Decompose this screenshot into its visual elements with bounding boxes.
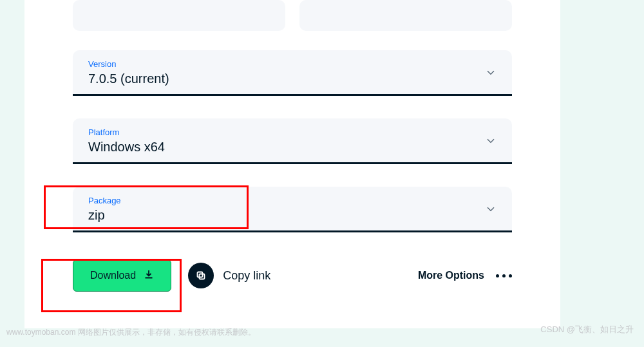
- watermark-right: CSDN @飞衡、如日之升: [540, 324, 634, 335]
- action-row: Download Copy link More Options: [73, 259, 512, 292]
- watermark-left: www.toymoban.com 网络图片仅供展示，非存储，如有侵权请联系删除。: [6, 327, 256, 338]
- chevron-down-icon: [486, 205, 495, 216]
- more-options-label: More Options: [418, 270, 484, 281]
- option-box-right[interactable]: [299, 0, 512, 31]
- chevron-down-icon: [486, 136, 495, 148]
- package-label: Package: [88, 196, 497, 205]
- package-dropdown[interactable]: Package zip: [73, 187, 512, 232]
- copy-link-button[interactable]: Copy link: [188, 263, 270, 288]
- package-value: zip: [88, 208, 497, 223]
- chevron-down-icon: [486, 68, 495, 80]
- platform-dropdown[interactable]: Platform Windows x64: [73, 118, 512, 164]
- option-box-left[interactable]: [73, 0, 285, 31]
- version-value: 7.0.5 (current): [88, 71, 497, 86]
- copy-link-label: Copy link: [223, 269, 270, 283]
- top-options-row: [73, 0, 512, 31]
- download-card: Version 7.0.5 (current) Platform Windows…: [24, 0, 560, 328]
- platform-value: Windows x64: [88, 140, 497, 155]
- version-label: Version: [88, 59, 497, 69]
- more-dots-icon: [496, 274, 512, 277]
- copy-icon: [188, 263, 214, 288]
- platform-label: Platform: [88, 127, 497, 137]
- download-icon: [144, 269, 154, 282]
- download-button[interactable]: Download: [73, 259, 171, 292]
- download-button-label: Download: [90, 270, 136, 281]
- version-dropdown[interactable]: Version 7.0.5 (current): [73, 50, 512, 96]
- more-options-button[interactable]: More Options: [418, 270, 512, 281]
